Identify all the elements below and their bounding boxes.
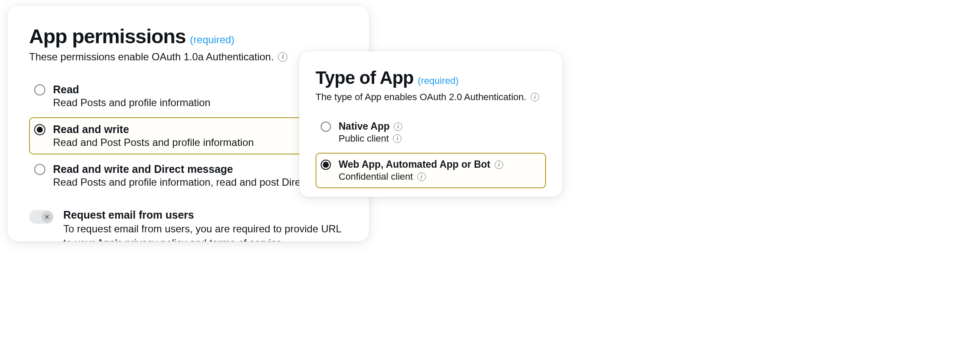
option-label: Read and write and Direct message	[53, 163, 331, 175]
option-description: Confidential client	[339, 171, 413, 182]
type-of-app-title: Type of App	[316, 68, 413, 87]
option-label: Read and write	[53, 123, 254, 136]
required-badge: (required)	[190, 34, 234, 46]
app-type-option-web[interactable]: Web App, Automated App or Bot i Confiden…	[316, 153, 546, 188]
app-permissions-heading-row: App permissions (required)	[29, 26, 348, 47]
toggle-body: Request email from users To request emai…	[63, 209, 348, 241]
app-permissions-subtitle: These permissions enable OAuth 1.0a Auth…	[29, 51, 274, 63]
request-email-description: To request email from users, you are req…	[63, 222, 348, 241]
type-of-app-card: Type of App (required) The type of App e…	[299, 51, 562, 197]
radio-unchecked-icon	[34, 164, 45, 175]
option-body: Native App i Public client i	[339, 121, 402, 144]
info-icon[interactable]: i	[393, 134, 401, 143]
option-body: Web App, Automated App or Bot i Confiden…	[339, 159, 503, 182]
option-label: Web App, Automated App or Bot	[339, 159, 490, 170]
radio-checked-icon	[321, 160, 331, 170]
info-icon[interactable]: i	[278, 52, 287, 62]
option-description: Public client	[339, 133, 389, 144]
request-email-label: Request email from users	[63, 209, 348, 221]
option-description: Read Posts and profile information, read…	[53, 176, 331, 188]
option-label: Read	[53, 83, 210, 96]
option-label-row: Web App, Automated App or Bot i	[339, 159, 503, 170]
option-body: Read and write and Direct message Read P…	[53, 163, 331, 188]
app-permissions-title: App permissions	[29, 26, 186, 47]
option-body: Read and write Read and Post Posts and p…	[53, 123, 254, 148]
info-icon[interactable]: i	[417, 172, 426, 181]
option-label: Native App	[339, 121, 390, 132]
info-icon[interactable]: i	[531, 93, 539, 101]
type-of-app-subtitle: The type of App enables OAuth 2.0 Authen…	[316, 92, 526, 103]
required-badge: (required)	[418, 75, 458, 86]
option-description-row: Public client i	[339, 133, 402, 144]
option-description: Read and Post Posts and profile informat…	[53, 136, 254, 148]
option-description-row: Confidential client i	[339, 171, 503, 182]
toggle-off-icon: ✕	[41, 211, 53, 223]
radio-unchecked-icon	[321, 122, 331, 132]
type-of-app-subtitle-row: The type of App enables OAuth 2.0 Authen…	[316, 92, 546, 103]
type-of-app-heading-row: Type of App (required)	[316, 68, 546, 87]
option-description: Read Posts and profile information	[53, 97, 210, 109]
request-email-toggle[interactable]: ✕	[29, 210, 54, 224]
info-icon[interactable]: i	[394, 122, 402, 131]
option-body: Read Read Posts and profile information	[53, 83, 210, 109]
app-type-options: Native App i Public client i Web App, Au…	[316, 115, 546, 188]
info-icon[interactable]: i	[495, 160, 503, 169]
radio-unchecked-icon	[34, 84, 45, 95]
request-email-row: ✕ Request email from users To request em…	[29, 209, 348, 241]
radio-checked-icon	[34, 124, 45, 135]
option-label-row: Native App i	[339, 121, 402, 132]
app-type-option-native[interactable]: Native App i Public client i	[316, 115, 546, 150]
